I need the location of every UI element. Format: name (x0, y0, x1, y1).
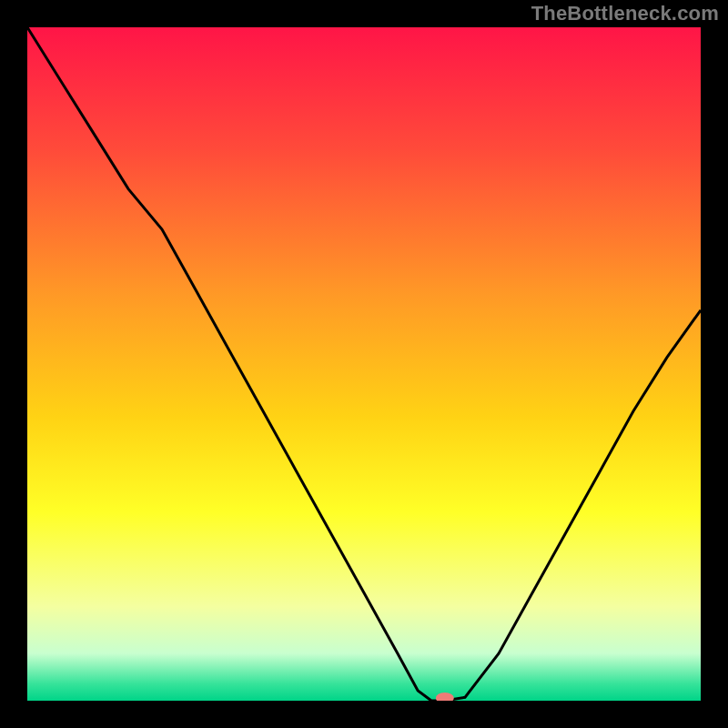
chart-svg (27, 27, 701, 701)
watermark-label: TheBottleneck.com (531, 2, 719, 25)
chart-frame: TheBottleneck.com (0, 0, 728, 728)
chart-plot-area (27, 27, 701, 701)
chart-background-gradient (27, 27, 701, 701)
